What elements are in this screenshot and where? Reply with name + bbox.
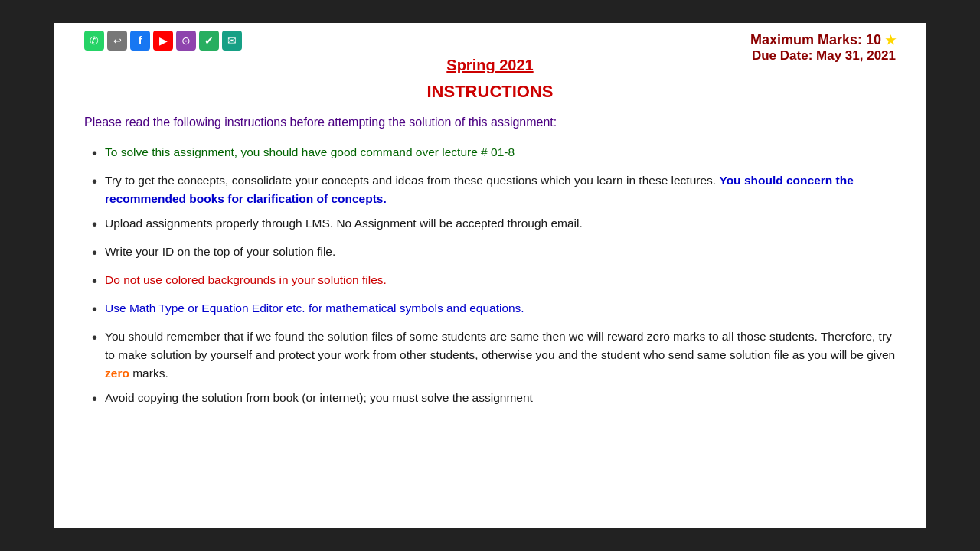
bullet-dot: • [92,213,97,236]
list-item: • You should remember that if we found t… [92,328,896,383]
list-item-text: Try to get the concepts, consolidate you… [105,171,896,208]
list-item: • Upload assignments properly through LM… [92,214,896,236]
highlight-text: You should concern the recommended books… [105,174,854,205]
bullet-list: • To solve this assignment, you should h… [84,143,896,406]
intro-text: Please read the following instructions b… [84,112,896,132]
bullet-dot: • [92,170,97,194]
envelope-icon[interactable]: ✉ [222,31,242,51]
star-icon: ★ [885,34,896,47]
circle-check-icon[interactable]: ⊙ [176,31,196,51]
list-item-text: Do not use colored backgrounds in your s… [105,271,387,289]
youtube-icon[interactable]: ▶ [153,31,173,51]
max-marks-label: Maximum Marks: 10 ★ [750,32,896,48]
list-item-text: Upload assignments properly through LMS.… [105,214,583,233]
list-item-text: Write your ID on the top of your solutio… [105,243,335,261]
share-icon[interactable]: ↩ [107,31,127,51]
page-container: ✆ ↩ f ▶ ⊙ ✔ ✉ Maximum Marks: 10 ★ Due Da… [54,23,926,528]
whatsapp-icon[interactable]: ✆ [84,31,104,51]
due-date-label: Due Date: May 31, 2021 [750,48,896,64]
bullet-dot: • [92,142,97,165]
shield-icon[interactable]: ✔ [199,31,219,51]
header-right: Maximum Marks: 10 ★ Due Date: May 31, 20… [750,32,896,64]
instructions-heading: INSTRUCTIONS [84,82,896,102]
zero-highlight: zero [105,367,129,380]
list-item: • Write your ID on the top of your solut… [92,243,896,265]
list-item-text: Use Math Type or Equation Editor etc. fo… [105,299,524,318]
list-item-text: Avoid copying the solution from book (or… [105,389,533,406]
list-item: • Avoid copying the solution from book (… [92,389,896,406]
bullet-dot: • [92,241,97,265]
bullet-dot: • [92,326,97,350]
list-item: • Do not use colored backgrounds in your… [92,271,896,293]
bullet-dot: • [92,389,97,406]
intro-text-content: Please read the following instructions b… [84,116,557,129]
facebook-icon[interactable]: f [130,31,150,51]
bullet-dot: • [92,269,97,293]
list-item-text: To solve this assignment, you should hav… [105,143,514,161]
list-item: • To solve this assignment, you should h… [92,143,896,165]
list-item-text: You should remember that if we found the… [105,328,896,383]
list-item: • Try to get the concepts, consolidate y… [92,171,896,208]
list-item: • Use Math Type or Equation Editor etc. … [92,299,896,321]
bullet-dot: • [92,298,97,321]
